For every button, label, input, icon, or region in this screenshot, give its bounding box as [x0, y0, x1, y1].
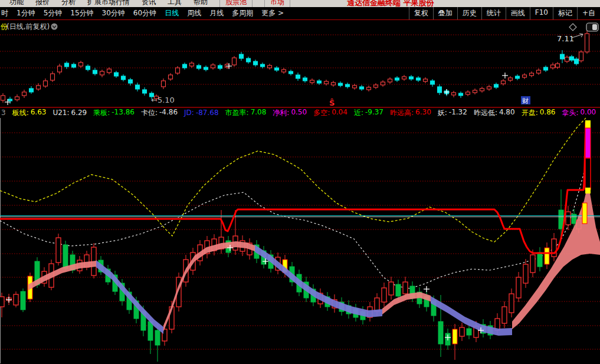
period-tab-日线[interactable]: 日线 — [165, 8, 179, 18]
main-candle — [148, 322, 153, 340]
mini-candle — [438, 87, 442, 93]
toolbar-button-统计[interactable]: 统计 — [481, 7, 506, 19]
mini-candle — [424, 79, 428, 81]
main-candle — [438, 322, 443, 344]
mini-candle — [310, 80, 314, 83]
big-bar-yellow — [585, 188, 591, 194]
menu-item-帮助[interactable]: 帮助 — [194, 0, 208, 7]
mini-high-annotation: 7.11 — [557, 34, 574, 43]
mini-candle — [232, 58, 237, 65]
chevron-down-icon[interactable] — [51, 24, 58, 30]
period-tab-时[interactable]: 时 — [1, 8, 8, 18]
toolbar-button-+自[interactable]: +自 — [577, 7, 600, 19]
indicator-开盘: 开盘:0.86 — [522, 108, 556, 117]
indicator-市盈率: 市盈率:7.08 — [225, 108, 267, 117]
mini-candle — [190, 63, 194, 66]
mini-candle — [29, 88, 34, 92]
toolbar-button-标记[interactable]: 标记 — [553, 7, 577, 19]
mini-candle — [339, 83, 343, 86]
menu-item-工具[interactable]: 工具 — [168, 0, 182, 7]
mini-candle — [570, 57, 574, 60]
toolbar-button-画线[interactable]: 画线 — [506, 7, 530, 19]
mini-candle — [65, 63, 69, 67]
period-tab-30分钟[interactable]: 30分钟 — [102, 8, 125, 18]
mini-candle — [480, 88, 484, 91]
period-tab-周线[interactable]: 周线 — [187, 8, 201, 18]
mini-candle — [268, 65, 272, 68]
menu-item-报价[interactable]: 报价 — [35, 0, 50, 7]
mini-candle — [275, 68, 279, 70]
main-candle-highlighted — [545, 248, 549, 264]
menu-item-股票池[interactable]: 股票池 — [219, 0, 253, 7]
mini-candle — [107, 69, 112, 73]
mini-candle — [523, 75, 527, 77]
toolbar-separator — [0, 19, 600, 20]
mini-candle — [289, 71, 293, 74]
period-tab-更多 >[interactable]: 更多 > — [261, 8, 284, 18]
mini-candle — [530, 73, 534, 76]
mini-candle — [129, 80, 133, 83]
period-tab-5分钟[interactable]: 5分钟 — [44, 8, 63, 18]
mini-candle — [8, 99, 12, 101]
mini-candle — [417, 78, 421, 80]
indicator-多空: 多空:0.04 — [313, 108, 347, 117]
indicator-JD: JD:-87.68 — [184, 109, 219, 117]
mini-candle — [409, 77, 414, 79]
indicator-partial-left: 3 — [1, 109, 6, 117]
toolbar-button-F10[interactable]: F10 — [530, 7, 553, 19]
mini-candle — [388, 79, 392, 82]
mini-candle — [452, 93, 456, 95]
menu-item-功能[interactable]: 功能 — [9, 0, 24, 7]
big-bar-magenta — [585, 128, 591, 158]
mini-candle — [282, 70, 286, 72]
toolbar-button-复权[interactable]: 复权 — [409, 7, 433, 19]
mini-candle — [247, 58, 251, 62]
toolbar-button-历史[interactable]: 历史 — [457, 7, 481, 19]
mini-candle — [100, 71, 104, 75]
indicator-昨远低: 昨远低:4.80 — [474, 108, 515, 117]
mini-candle — [197, 65, 201, 68]
news-badge-text: 财 — [522, 97, 529, 105]
period-toolbar: 时1分钟5分钟15分钟30分钟60分钟日线周线月线多周期更多 > 复权叠加历史统… — [0, 7, 600, 19]
indicator-妖: 妖:-1.32 — [438, 108, 467, 117]
mini-candle — [218, 65, 222, 68]
mini-candle — [211, 65, 215, 68]
mini-candle — [254, 61, 258, 65]
period-tab-1分钟[interactable]: 1分钟 — [17, 8, 35, 18]
period-tab-15分钟[interactable]: 15分钟 — [70, 8, 93, 18]
mini-candle — [466, 92, 470, 94]
mini-candle — [51, 74, 55, 80]
window-title: 通达信金融终端 平果股份 — [347, 0, 434, 7]
mini-low-annotation: ←5.10 — [151, 96, 175, 104]
mini-candle — [575, 59, 579, 64]
toolbar-button-叠加[interactable]: 叠加 — [433, 7, 457, 19]
period-tab-60分钟[interactable]: 60分钟 — [133, 8, 156, 18]
menu-item-扩展市场行情[interactable]: 扩展市场行情 — [87, 0, 130, 7]
period-tab-多周期[interactable]: 多周期 — [232, 8, 253, 18]
mini-candle — [162, 81, 166, 87]
mini-candle — [114, 73, 119, 76]
mini-candle — [143, 90, 147, 93]
main-candle — [460, 327, 464, 336]
menu-item-资讯[interactable]: 资讯 — [142, 0, 156, 7]
mini-candle — [1, 96, 5, 100]
mini-candle — [317, 81, 322, 83]
mini-chart-title-rest: (日线,前复权) — [6, 22, 50, 31]
chart-area[interactable]: ←5.107.11Ŝ财份(日线,前复权) — [0, 0, 600, 364]
mini-candle — [565, 57, 569, 61]
menu-item-市场[interactable]: 市场 — [264, 0, 290, 7]
main-candle — [509, 294, 514, 313]
menu-item-分析[interactable]: 分析 — [61, 0, 76, 7]
sell-signal-marker: Ŝ — [329, 99, 335, 107]
mini-candle — [58, 66, 62, 72]
big-bar-yellow — [585, 120, 591, 128]
mini-candle — [431, 81, 435, 84]
mini-candle — [22, 92, 27, 96]
main-candle — [0, 297, 4, 307]
mini-candle — [169, 75, 173, 79]
mini-candle — [374, 85, 378, 87]
toggle-icon-fill — [592, 24, 597, 30]
mini-candle — [72, 64, 76, 67]
indicator-U21: U21:6.29 — [53, 109, 87, 117]
period-tab-月线[interactable]: 月线 — [209, 8, 224, 18]
